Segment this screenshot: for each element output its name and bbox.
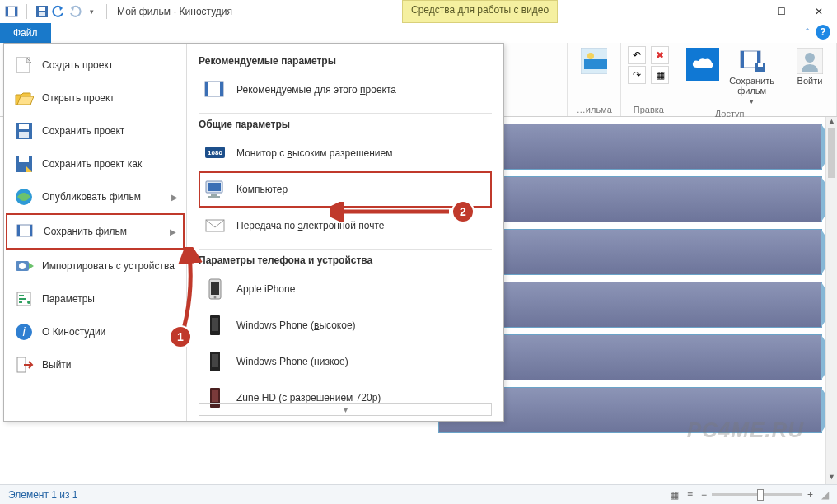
- rotate-right-icon[interactable]: ↷: [628, 66, 646, 84]
- scroll-down-icon[interactable]: ▼: [826, 473, 837, 484]
- menu-import-device-label: Импортировать с устройства: [42, 260, 175, 272]
- edit-small-buttons-2: ✖ ▦: [651, 46, 669, 84]
- import-icon: [14, 256, 34, 276]
- sub-iphone-label: Apple iPhone: [236, 283, 295, 295]
- svg-rect-21: [19, 156, 29, 162]
- signin-button[interactable]: Войти: [790, 46, 830, 87]
- annotation-badge-2: 2: [451, 200, 475, 223]
- menu-exit[interactable]: Выйти: [6, 348, 185, 381]
- submenu-scroll-down[interactable]: ▾: [199, 403, 492, 416]
- menu-open-project[interactable]: Открыть проект: [6, 82, 185, 114]
- minimize-button[interactable]: ―: [726, 0, 763, 23]
- scroll-up-icon[interactable]: ▲: [826, 117, 837, 128]
- email-icon: [203, 214, 227, 237]
- sub-computer-label: Компьютер: [236, 184, 288, 195]
- vertical-scrollbar[interactable]: ▲ ▼: [825, 117, 837, 484]
- file-tab[interactable]: Файл: [0, 23, 51, 43]
- film-icon: [203, 78, 227, 101]
- save-as-icon: [14, 154, 34, 174]
- sub-iphone[interactable]: Apple iPhone: [199, 271, 492, 307]
- menu-new-project-label: Создать проект: [42, 59, 113, 71]
- window-title: Мой фильм - Киностудия: [117, 6, 232, 17]
- sub-email-label: Передача по электронной почте: [236, 220, 385, 231]
- quick-access-toolbar: ▾: [5, 4, 112, 19]
- exit-icon: [14, 355, 34, 375]
- menu-open-project-label: Открыть проект: [42, 92, 115, 104]
- save-icon[interactable]: [35, 5, 49, 18]
- rotate-left-icon[interactable]: ↶: [628, 46, 646, 64]
- maximize-button[interactable]: ☐: [763, 0, 800, 23]
- app-icon: [5, 5, 18, 18]
- svg-rect-49: [212, 354, 218, 367]
- svg-rect-39: [208, 183, 221, 191]
- menu-about-label: О Киностудии: [42, 326, 105, 338]
- sub-wp-high-label: Windows Phone (высокое): [236, 320, 356, 331]
- menu-save-project-as-label: Сохранить проект как: [42, 158, 142, 170]
- sub-wp-low-label: Windows Phone (низкое): [236, 356, 348, 367]
- onedrive-button[interactable]: [683, 46, 722, 82]
- sub-recommended-project[interactable]: Рекомендуемые для этого проекта: [199, 72, 492, 108]
- phone-icon: [203, 350, 227, 373]
- view-list-icon[interactable]: ≡: [687, 489, 693, 501]
- menu-publish-movie[interactable]: Опубликовать фильм ▶: [6, 180, 185, 213]
- menu-save-project-as[interactable]: Сохранить проект как: [6, 147, 185, 180]
- close-button[interactable]: ✕: [800, 0, 837, 23]
- svg-rect-40: [211, 194, 217, 196]
- sub-hd-monitor[interactable]: 1080 Монитор с высоким разрешением: [199, 135, 492, 171]
- menu-new-project[interactable]: Создать проект: [6, 49, 185, 82]
- sub-wp-low[interactable]: Windows Phone (низкое): [199, 343, 492, 380]
- collapse-ribbon-icon[interactable]: ˆ: [806, 27, 809, 37]
- svg-rect-7: [584, 59, 607, 69]
- view-thumbs-icon[interactable]: ▦: [670, 489, 679, 501]
- svg-point-29: [27, 301, 30, 304]
- chevron-down-icon: ▾: [750, 97, 754, 105]
- zoom-slider[interactable]: − +: [701, 489, 813, 501]
- menu-save-movie[interactable]: Сохранить фильм ▶: [6, 213, 185, 250]
- svg-rect-5: [39, 12, 45, 16]
- help-icon[interactable]: ?: [816, 25, 830, 40]
- remove-icon[interactable]: ✖: [651, 46, 669, 64]
- redo-icon[interactable]: [68, 5, 82, 18]
- open-project-icon: [14, 88, 34, 108]
- zoom-out-icon[interactable]: −: [701, 489, 707, 501]
- section-recommended: Рекомендуемые параметры: [199, 55, 492, 67]
- ribbon-help-area: ˆ ?: [806, 25, 830, 40]
- scroll-thumb[interactable]: [828, 128, 835, 178]
- svg-rect-10: [741, 51, 744, 68]
- submenu-arrow-icon: ▶: [170, 227, 176, 236]
- save-project-icon: [14, 121, 34, 141]
- thumbnail-sample[interactable]: [574, 46, 614, 76]
- about-icon: i: [14, 322, 34, 342]
- svg-rect-4: [39, 7, 45, 11]
- resize-grip-icon[interactable]: ◢: [821, 489, 829, 501]
- svg-rect-2: [15, 7, 17, 16]
- svg-rect-35: [220, 82, 223, 96]
- annotation-badge-1: 1: [169, 325, 192, 348]
- undo-icon[interactable]: [52, 5, 65, 18]
- select-all-icon[interactable]: ▦: [651, 66, 669, 84]
- svg-rect-34: [205, 82, 208, 96]
- menu-about[interactable]: i О Киностудии: [6, 315, 185, 348]
- sub-wp-high[interactable]: Windows Phone (высокое): [199, 307, 492, 343]
- section-common: Общие параметры: [199, 119, 492, 130]
- computer-icon: [203, 178, 227, 201]
- menu-options-label: Параметры: [42, 293, 95, 305]
- menu-options[interactable]: Параметры: [6, 282, 185, 315]
- menu-import-device[interactable]: Импортировать с устройства: [6, 250, 185, 282]
- svg-rect-41: [208, 196, 220, 198]
- save-movie-button[interactable]: Сохранить фильм ▾: [727, 46, 776, 107]
- menu-publish-movie-label: Опубликовать фильм: [42, 191, 141, 203]
- section-devices: Параметры телефона и устройства: [199, 254, 492, 266]
- titlebar: ▾ Мой фильм - Киностудия Средства для ра…: [0, 0, 837, 23]
- watermark: PC4ME.RU: [687, 418, 804, 443]
- menu-save-project[interactable]: Сохранить проект: [6, 114, 185, 147]
- ribbon-group-movie-label: …ильма: [577, 105, 612, 114]
- svg-point-15: [805, 53, 815, 63]
- qat-dropdown-icon[interactable]: ▾: [85, 5, 98, 18]
- ribbon-group-signin: Войти: [783, 43, 837, 116]
- zoom-in-icon[interactable]: +: [807, 489, 813, 501]
- window-controls: ― ☐ ✕: [726, 0, 837, 23]
- new-project-icon: [14, 55, 34, 75]
- contextual-tab-video-tools[interactable]: Средства для работы с видео: [402, 0, 558, 23]
- svg-rect-13: [758, 63, 763, 67]
